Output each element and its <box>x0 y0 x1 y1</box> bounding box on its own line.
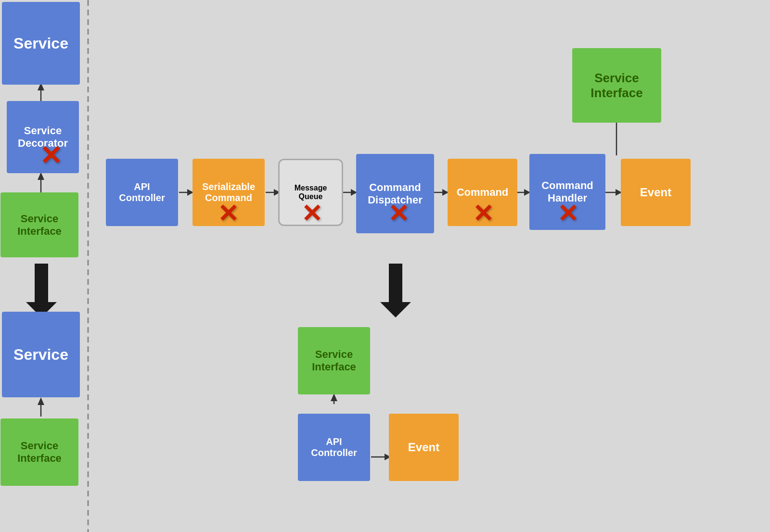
service-interface-left-top-label: ServiceInterface <box>17 213 62 238</box>
svg-marker-5 <box>38 397 44 405</box>
svg-marker-3 <box>38 172 44 180</box>
api-controller-top-node: APIController <box>106 159 178 226</box>
service-interface-left-top-node: ServiceInterface <box>0 192 78 257</box>
service-bottom-node: Service <box>2 312 80 397</box>
svg-marker-24 <box>380 302 411 317</box>
api-controller-top-label: APIController <box>119 181 165 203</box>
message-queue-label: MessageQueue <box>295 184 327 201</box>
x-mark-handler: ✕ <box>557 201 578 226</box>
service-interface-left-bottom-node: ServiceInterface <box>0 418 78 486</box>
event-top-node: Event <box>621 159 691 226</box>
service-interface-bottom-center-label: ServiceInterface <box>312 348 356 373</box>
command-label: Command <box>457 186 509 199</box>
service-interface-left-bottom-label: ServiceInterface <box>17 440 62 465</box>
x-mark-decorator: ✕ <box>39 142 62 169</box>
x-mark-queue: ✕ <box>301 201 322 226</box>
service-bottom-label: Service <box>13 346 68 364</box>
service-interface-bottom-center-node: ServiceInterface <box>298 327 370 394</box>
x-mark-serializable: ✕ <box>218 201 239 226</box>
event-top-label: Event <box>640 186 671 199</box>
event-bottom-label: Event <box>408 441 439 454</box>
api-controller-bottom-label: APIController <box>311 436 357 458</box>
svg-marker-26 <box>331 393 337 401</box>
service-top-label: Service <box>13 35 68 52</box>
x-mark-command: ✕ <box>473 201 494 226</box>
api-controller-bottom-node: APIController <box>298 414 370 481</box>
svg-rect-6 <box>35 264 48 302</box>
svg-rect-23 <box>389 264 402 302</box>
x-mark-dispatcher: ✕ <box>388 201 409 226</box>
service-interface-top-right-node: ServiceInterface <box>572 48 661 123</box>
service-top-node: Service <box>2 2 80 85</box>
event-bottom-node: Event <box>389 414 459 481</box>
service-interface-top-right-label: ServiceInterface <box>590 71 642 101</box>
